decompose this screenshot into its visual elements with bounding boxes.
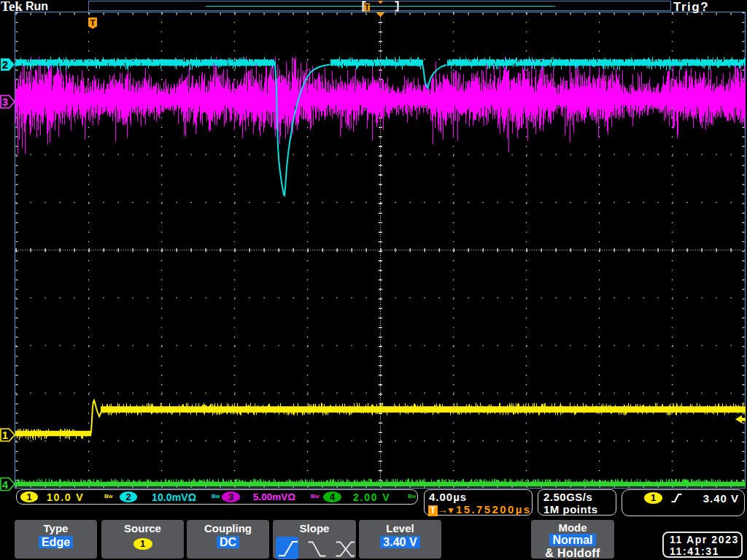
svg-text:2: 2 (2, 58, 8, 71)
svg-text:1: 1 (2, 429, 8, 441)
svg-text:4: 4 (2, 478, 9, 491)
svg-text:3: 3 (2, 96, 8, 108)
svg-text:T: T (90, 18, 96, 27)
svg-text:T: T (365, 4, 369, 12)
